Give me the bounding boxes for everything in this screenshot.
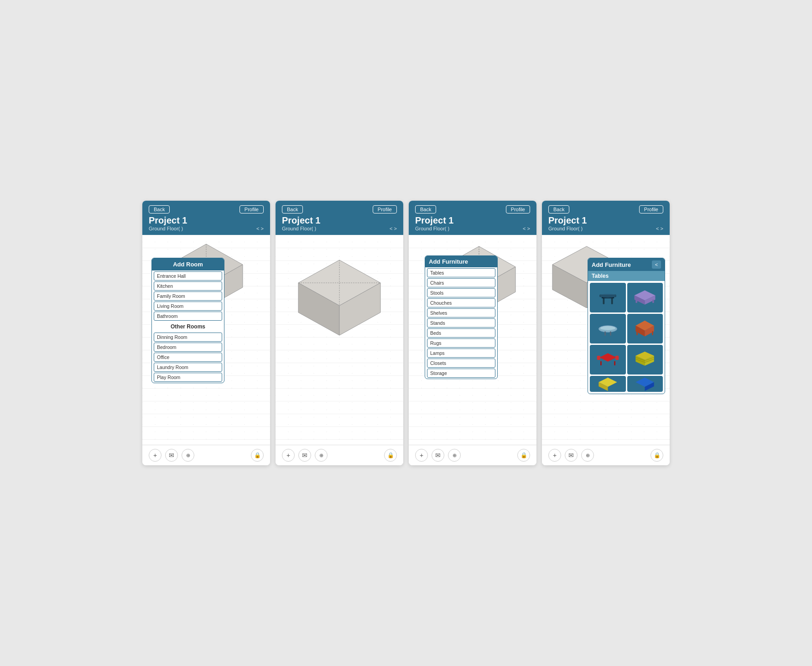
svg-rect-27	[604, 331, 606, 335]
furniture-grid-title: Add Furniture	[592, 261, 631, 268]
room-item-kitchen[interactable]: Kitchen	[154, 281, 222, 291]
screen-1: Back Profile Project 1 Ground Floor( ) <…	[142, 201, 270, 465]
svg-rect-39	[615, 356, 619, 360]
furniture-grid	[588, 281, 665, 394]
add-tool-btn-3[interactable]: +	[415, 449, 428, 462]
svg-rect-19	[611, 298, 613, 304]
svg-rect-38	[597, 356, 600, 360]
furniture-grid-item-8[interactable]	[627, 376, 663, 392]
toolbar-3: + ✉ ⊕ 🔒	[409, 445, 536, 465]
pin-tool-btn-2[interactable]: ⊕	[315, 449, 328, 462]
room-item-playroom[interactable]: Play Room	[154, 373, 222, 382]
header-2: Back Profile Project 1 Ground Floor( ) <…	[276, 201, 403, 235]
msg-tool-btn-2[interactable]: ✉	[298, 449, 311, 462]
furniture-item-tables[interactable]: Tables	[427, 268, 495, 277]
lock-tool-btn-1[interactable]: 🔒	[251, 449, 264, 462]
nav-arrows-2[interactable]: < >	[390, 226, 397, 231]
pin-tool-btn-4[interactable]: ⊕	[581, 449, 594, 462]
furniture-item-lamps[interactable]: Lamps	[427, 349, 495, 358]
furniture-grid-item-6[interactable]	[627, 345, 663, 375]
screen-2: Back Profile Project 1 Ground Floor( ) <…	[276, 201, 403, 465]
furniture-grid-item-2[interactable]	[627, 283, 663, 312]
add-room-title: Add Room	[152, 258, 224, 271]
furniture-item-chairs[interactable]: Chairs	[427, 278, 495, 287]
content-1: Add Room Entrance Hall Kitchen Family Ro…	[142, 235, 270, 445]
toolbar-2: + ✉ ⊕ 🔒	[276, 445, 403, 465]
lock-tool-btn-4[interactable]: 🔒	[651, 449, 663, 462]
profile-button-4[interactable]: Profile	[639, 205, 663, 213]
room-item-entrance[interactable]: Entrance Hall	[154, 271, 222, 281]
furniture-item-chouches[interactable]: Chouches	[427, 298, 495, 307]
furniture-panel-title: Add Furniture	[429, 258, 468, 265]
room-item-bedroom[interactable]: Bedroom	[154, 343, 222, 352]
screen-4: Back Profile Project 1 Ground Floor( ) <…	[542, 201, 670, 465]
svg-rect-33	[636, 331, 638, 335]
furniture-grid-header: Add Furniture <	[588, 258, 665, 271]
floor-label-4: Ground Floor( )	[548, 226, 583, 231]
pin-tool-btn-1[interactable]: ⊕	[182, 449, 194, 462]
svg-rect-37	[614, 361, 615, 365]
svg-rect-18	[603, 298, 604, 304]
back-button-4[interactable]: Back	[548, 205, 569, 213]
profile-button-1[interactable]: Profile	[239, 205, 264, 213]
furniture-item-storage[interactable]: Storage	[427, 369, 495, 378]
add-tool-btn-1[interactable]: +	[149, 449, 161, 462]
svg-rect-36	[600, 361, 602, 365]
back-button-1[interactable]: Back	[149, 205, 170, 213]
furniture-item-closets[interactable]: Closets	[427, 359, 495, 368]
add-tool-btn-4[interactable]: +	[548, 449, 561, 462]
pin-tool-btn-3[interactable]: ⊕	[448, 449, 461, 462]
furniture-close-btn[interactable]: <	[652, 260, 661, 269]
furniture-grid-item-1[interactable]	[590, 283, 626, 312]
content-2	[276, 235, 403, 445]
project-title-1: Project 1	[149, 215, 264, 226]
back-button-3[interactable]: Back	[415, 205, 436, 213]
svg-rect-24	[636, 300, 638, 303]
room-item-laundry[interactable]: Laundry Room	[154, 363, 222, 372]
svg-marker-35	[599, 353, 616, 361]
project-title-4: Project 1	[548, 215, 663, 226]
toolbar-1: + ✉ ⊕ 🔒	[142, 445, 270, 465]
profile-button-2[interactable]: Profile	[373, 205, 397, 213]
screens-container: Back Profile Project 1 Ground Floor( ) <…	[124, 182, 688, 484]
room-item-bathroom[interactable]: Bathroom	[154, 312, 222, 321]
svg-rect-34	[652, 331, 653, 335]
room-item-living[interactable]: Living Room	[154, 302, 222, 311]
back-button-2[interactable]: Back	[282, 205, 303, 213]
furniture-grid-item-7[interactable]	[590, 376, 626, 392]
furniture-item-beds[interactable]: Beds	[427, 328, 495, 338]
nav-arrows-4[interactable]: < >	[656, 226, 663, 231]
toolbar-4: + ✉ ⊕ 🔒	[542, 445, 670, 465]
project-title-3: Project 1	[415, 215, 530, 226]
profile-button-3[interactable]: Profile	[506, 205, 530, 213]
floor-label-1: Ground Floor( )	[149, 226, 183, 231]
nav-arrows-1[interactable]: < >	[256, 226, 264, 231]
furniture-grid-item-3[interactable]	[590, 314, 626, 343]
room-item-dinning[interactable]: Dinning Room	[154, 333, 222, 342]
lock-tool-btn-3[interactable]: 🔒	[517, 449, 530, 462]
msg-tool-btn-3[interactable]: ✉	[432, 449, 444, 462]
add-furniture-grid-panel: Add Furniture < Tables	[588, 258, 665, 394]
lock-tool-btn-2[interactable]: 🔒	[384, 449, 397, 462]
other-rooms-title: Other Rooms	[152, 322, 224, 332]
furniture-item-shelves[interactable]: Shelves	[427, 308, 495, 317]
add-room-panel: Add Room Entrance Hall Kitchen Family Ro…	[151, 258, 224, 383]
furniture-item-stands[interactable]: Stands	[427, 318, 495, 328]
screen-3: Back Profile Project 1 Ground Floor( ) <…	[409, 201, 536, 465]
add-tool-btn-2[interactable]: +	[282, 449, 295, 462]
furniture-item-rugs[interactable]: Rugs	[427, 338, 495, 348]
room-item-office[interactable]: Office	[154, 353, 222, 362]
content-4: Add Furniture < Tables	[542, 235, 670, 445]
furniture-grid-item-4[interactable]	[627, 314, 663, 343]
room-item-family[interactable]: Family Room	[154, 291, 222, 301]
project-title-2: Project 1	[282, 215, 397, 226]
nav-arrows-3[interactable]: < >	[523, 226, 530, 231]
add-furniture-panel: Add Furniture Tables Chairs Stools Chouc…	[425, 255, 498, 379]
content-3: Add Furniture Tables Chairs Stools Chouc…	[409, 235, 536, 445]
furniture-grid-item-5[interactable]	[590, 345, 626, 375]
msg-tool-btn-1[interactable]: ✉	[165, 449, 178, 462]
furniture-item-stools[interactable]: Stools	[427, 288, 495, 297]
msg-tool-btn-4[interactable]: ✉	[565, 449, 578, 462]
furniture-section-tables: Tables	[588, 271, 665, 281]
header-1: Back Profile Project 1 Ground Floor( ) <…	[142, 201, 270, 235]
